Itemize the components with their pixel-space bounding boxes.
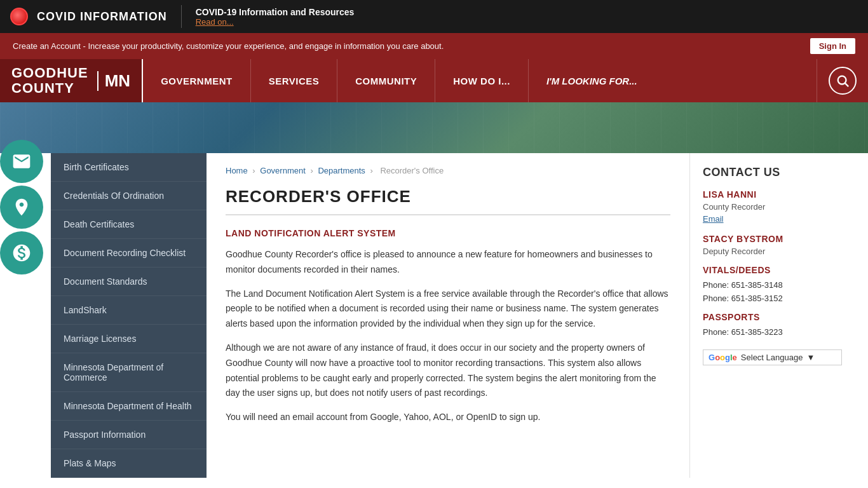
select-language-label: Select Language: [741, 353, 803, 362]
contact-person2-role: Deputy Recorder: [703, 247, 842, 256]
sidebar-item-document-standards[interactable]: Document Standards: [51, 268, 207, 296]
contact-person1-role: County Recorder: [703, 202, 842, 212]
nav-how-do-i[interactable]: HOW DO I...: [435, 59, 529, 102]
sidebar-item-marriage-licenses[interactable]: Marriage Licenses: [51, 325, 207, 353]
nav-services[interactable]: SERVICES: [251, 59, 338, 102]
select-language-button[interactable]: Google Select Language ▼: [703, 349, 842, 365]
breadcrumb-sep3: ›: [370, 166, 375, 175]
search-circle: [829, 67, 857, 95]
sidebar-item-passport[interactable]: Passport Information: [51, 421, 207, 449]
contact-phone-3: Phone: 651-385-3223: [703, 327, 842, 337]
breadcrumb-current: Recorder's Office: [380, 166, 444, 175]
float-icon-vote[interactable]: [0, 186, 43, 229]
logo-mn: MN: [97, 71, 130, 91]
content-paragraph-2: The Land Document Notification Alert Sys…: [226, 287, 670, 332]
right-sidebar: CONTACT US LISA HANNI County Recorder Em…: [689, 153, 855, 478]
covid-icon: [10, 8, 28, 25]
contact-person1-name: LISA HANNI: [703, 189, 842, 200]
nav-community[interactable]: COMMUNITY: [337, 59, 435, 102]
sidebar-item-credentials[interactable]: Credentials Of Ordination: [51, 182, 207, 210]
sidebar: Birth Certificates Credentials Of Ordina…: [51, 153, 207, 478]
logo-area[interactable]: GOODHUE COUNTY MN: [0, 59, 143, 102]
breadcrumb-sep2: ›: [310, 166, 315, 175]
content-area: Home › Government › Departments › Record…: [207, 153, 689, 478]
contact-title: CONTACT US: [703, 166, 842, 179]
breadcrumb-departments[interactable]: Departments: [318, 166, 365, 175]
content-paragraph-3: Although we are not aware of any instanc…: [226, 341, 670, 401]
select-language-arrow: ▼: [806, 353, 815, 362]
main-layout: Birth Certificates Credentials Of Ordina…: [0, 153, 868, 478]
contact-person1-email[interactable]: Email: [703, 214, 842, 224]
covid-read-on-link[interactable]: Read on...: [196, 17, 355, 27]
sidebar-item-death-certificates[interactable]: Death Certificates: [51, 210, 207, 239]
section-heading: LAND NOTIFICATION ALERT SYSTEM: [226, 228, 670, 238]
covid-divider: [181, 5, 182, 28]
county-name-line1: GOODHUE: [11, 65, 88, 81]
sidebar-item-document-recording[interactable]: Document Recording Checklist: [51, 239, 207, 268]
nav-government[interactable]: GOVERNMENT: [143, 59, 251, 102]
account-bar: Create an Account - Increase your produc…: [0, 33, 868, 59]
page-title: RECORDER'S OFFICE: [226, 187, 670, 215]
sidebar-item-landshark[interactable]: LandShark: [51, 296, 207, 325]
covid-text-block: COVID-19 Information and Resources Read …: [196, 7, 355, 27]
header: GOODHUE COUNTY MN GOVERNMENT SERVICES CO…: [0, 59, 868, 102]
sidebar-item-plats-maps[interactable]: Plats & Maps: [51, 449, 207, 478]
logo-text: GOODHUE COUNTY: [11, 65, 88, 96]
google-icon: Google: [709, 353, 737, 362]
svg-point-0: [838, 76, 846, 85]
contact-phone-1: Phone: 651-385-3148: [703, 280, 842, 290]
content-paragraph-4: You will need an email account from Goog…: [226, 410, 670, 425]
sign-in-button[interactable]: Sign In: [810, 38, 855, 54]
float-icons: [0, 140, 43, 277]
account-bar-text: Create an Account - Increase your produc…: [13, 41, 444, 51]
contact-passports-title: PASSPORTS: [703, 312, 842, 322]
contact-phone-2: Phone: 651-385-3152: [703, 294, 842, 303]
float-icon-email[interactable]: [0, 140, 43, 183]
contact-person2-name: STACY BYSTROM: [703, 234, 842, 244]
covid-title: COVID INFORMATION: [37, 10, 167, 24]
nav-search[interactable]: [817, 59, 868, 102]
breadcrumb-government[interactable]: Government: [260, 166, 306, 175]
contact-vitals-title: VITALS/DEEDS: [703, 265, 842, 275]
nav-looking-for[interactable]: I'M LOOKING FOR...: [529, 59, 817, 102]
nav-items: GOVERNMENT SERVICES COMMUNITY HOW DO I..…: [143, 59, 868, 102]
sidebar-item-mn-commerce[interactable]: Minnesota Department of Commerce: [51, 353, 207, 392]
breadcrumb: Home › Government › Departments › Record…: [226, 166, 670, 175]
svg-line-1: [845, 83, 848, 86]
covid-news-title: COVID-19 Information and Resources: [196, 7, 355, 17]
covid-banner: COVID INFORMATION COVID-19 Information a…: [0, 0, 868, 33]
sidebar-item-birth-certificates[interactable]: Birth Certificates: [51, 153, 207, 182]
breadcrumb-home[interactable]: Home: [226, 166, 248, 175]
content-paragraph-1: Goodhue County Recorder's office is plea…: [226, 247, 670, 278]
hero-image: [0, 102, 868, 153]
sidebar-item-mn-health[interactable]: Minnesota Department of Health: [51, 392, 207, 421]
county-name-line2: COUNTY: [11, 81, 88, 96]
float-icon-pay[interactable]: [0, 231, 43, 274]
breadcrumb-sep1: ›: [252, 166, 257, 175]
